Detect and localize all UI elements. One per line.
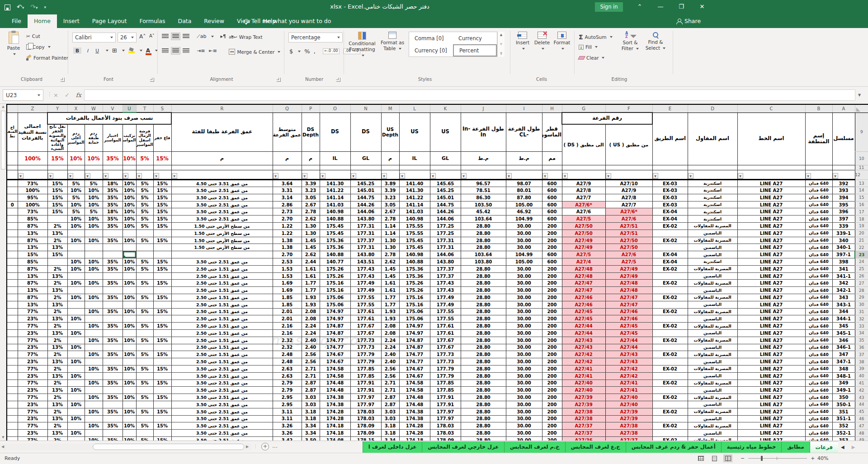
sheet-tab-خطوط مياه رئيسية[interactable]: خطوط مياه رئيسية [721,441,782,453]
cell-Z47[interactable]: 77% [18,422,47,430]
cell-B49[interactable]: 640 فدان [805,436,832,441]
filter-dropdown-icon[interactable]: ▼ [738,173,743,178]
cell-U41[interactable]: 10% [123,380,136,387]
bold-button[interactable]: B [73,47,81,54]
cell-Y17[interactable]: 15% [47,208,67,216]
cell-R43[interactable]: من عمق 2.51 حتى 3.50 [171,394,273,401]
cell-K25[interactable]: 177.37 [430,265,461,272]
cell-M32[interactable]: 1.93 [381,315,399,323]
cell-H21[interactable]: 200 [542,237,562,244]
cell-L36[interactable]: 174.87 [399,344,430,351]
cell-E35[interactable]: EX-02 [652,337,688,344]
cell-X16[interactable]: 10% [67,201,85,208]
cell-A47[interactable]: 352 [832,422,855,430]
cell-J14[interactable]: 78.51 [461,187,506,194]
cell-A20[interactable]: 339-1 [832,230,855,237]
cell-K36[interactable]: 177.67 [430,344,461,351]
cell-S38[interactable] [153,358,171,366]
cell-E14[interactable]: EX-03 [652,187,688,194]
weight-upper-backfill[interactable]: 10% [67,152,85,165]
row-header-30[interactable]: 30 [855,301,868,308]
cell-T39[interactable]: 5% [136,365,153,372]
cell-S32[interactable] [153,315,171,323]
cell-V32[interactable] [103,315,123,323]
column-header-O[interactable]: O [320,104,350,112]
cell-V29[interactable]: 35% [103,294,123,301]
header-excavation[interactable]: قاع حفر [153,124,171,152]
cell-P39[interactable]: 2.71 [302,365,320,372]
cell-U37[interactable]: 10% [123,351,136,358]
row-header-23[interactable]: 23 [855,251,868,258]
cell-F39[interactable]: A27/42 [605,365,652,372]
empty-cell[interactable] [605,165,652,170]
cell-H38[interactable]: 200 [542,358,562,366]
cell-H43[interactable]: 200 [542,394,562,401]
cell-G28[interactable]: A27/47 [562,287,605,294]
cell-X37[interactable] [67,351,85,358]
row-header-19[interactable]: 19 [855,223,868,230]
cell-E45[interactable]: EX-02 [652,408,688,415]
cell-G17[interactable]: A27/6 [562,208,605,216]
empty-cell[interactable] [67,165,85,170]
cell-F23[interactable]: A27/6 [605,251,652,258]
cell-Z18[interactable]: 85% [18,216,47,223]
cell-D18[interactable]: اسكندرية [688,216,737,223]
cell-T46[interactable] [136,415,153,422]
row-header-24[interactable]: 24 [855,258,868,266]
cell-S45[interactable]: 15% [153,408,171,415]
cell-B22[interactable]: 640 فدان [805,244,832,251]
cell-Q43[interactable]: 2.95 [273,394,302,401]
cell-L32[interactable]: 175.06 [399,315,430,323]
cell-P27[interactable]: 1.77 [302,280,320,287]
cell-T34[interactable] [136,329,153,337]
cell-T41[interactable]: 5% [136,380,153,387]
cell-B45[interactable]: 640 فدان [805,408,832,415]
cell-K37[interactable]: 177.73 [430,351,461,358]
cell-F21[interactable]: A27/50 [605,237,652,244]
row-header-22[interactable]: 22 [855,244,868,251]
cell-C47[interactable]: LINE A27 [737,422,805,430]
cell-H36[interactable]: 200 [542,344,562,351]
cell-P13[interactable]: 3.39 [302,180,320,187]
empty-cell[interactable] [153,165,171,170]
cell-G31[interactable]: A27/45 [562,308,605,315]
cell-N30[interactable]: 177.55 [350,301,381,308]
cell-A24[interactable]: 398 [832,258,855,266]
cell-A44[interactable]: 350-1 [832,401,855,408]
cell-AA20[interactable] [7,230,18,237]
cell-F15[interactable]: A27/8 [605,194,652,201]
cell-G41[interactable]: A27/40 [562,380,605,387]
cell-R36[interactable]: من عمق 1.51 حتى 2.50 [171,344,273,351]
empty-cell[interactable] [688,165,737,170]
borders-button[interactable]: ⊞ [112,47,117,54]
cell-V35[interactable]: 35% [103,337,123,344]
cell-T40[interactable] [136,372,153,380]
cell-F19[interactable]: A27/51 [605,223,652,230]
cell-J41[interactable]: 28.80 [461,380,506,387]
cell-X35[interactable] [67,337,85,344]
cell-Y30[interactable]: 13% [47,301,67,308]
empty-cell[interactable] [542,165,562,170]
cell-T28[interactable] [136,287,153,294]
cell-D30[interactable]: الياسمين [688,301,737,308]
cell-I21[interactable]: 30.00 [506,237,542,244]
cell-AA41[interactable] [7,380,18,387]
cell-AA15[interactable] [7,194,18,201]
cell-W31[interactable]: 10% [85,308,103,315]
cell-M25[interactable]: 1.45 [381,265,399,272]
cell-C40[interactable]: LINE A27 [737,372,805,380]
share-button[interactable]: Share [676,14,701,28]
cell-T18[interactable]: 5% [136,216,153,223]
row-header-46[interactable]: 46 [855,415,868,422]
column-header-cutoff[interactable] [7,104,18,112]
header-ds-depth[interactable]: DS Depth [302,112,320,152]
column-header-Z[interactable]: Z [18,104,47,112]
cell-N31[interactable]: 177.61 [350,308,381,315]
cell-M29[interactable]: 1.77 [381,294,399,301]
cell-O27[interactable]: 175.16 [320,280,350,287]
cell-C38[interactable]: LINE A27 [737,358,805,366]
cell-U31[interactable]: 10% [123,308,136,315]
cell-D14[interactable]: اسكندرية [688,187,737,194]
cell-Y41[interactable]: 2% [47,380,67,387]
cell-E46[interactable] [652,415,688,422]
